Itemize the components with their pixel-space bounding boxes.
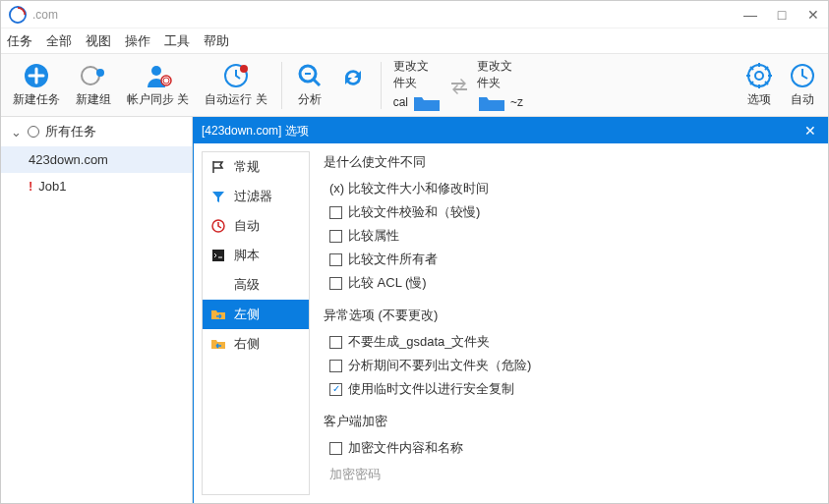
main-area: ⌄ 所有任务 423down.com ! Job1 [423down.com] … bbox=[1, 117, 828, 503]
menu-view[interactable]: 视图 bbox=[86, 32, 111, 50]
right-folder-box[interactable]: 更改文 件夹 ~z bbox=[471, 54, 529, 117]
opt-label: 比较 ACL (慢) bbox=[348, 274, 427, 292]
nav-label: 高级 bbox=[234, 276, 260, 294]
opt-label: 加密文件内容和名称 bbox=[348, 439, 463, 457]
nav-auto[interactable]: 自动 bbox=[203, 211, 309, 241]
group-title: 是什么使文件不同 bbox=[324, 153, 814, 171]
group-icon bbox=[80, 62, 107, 89]
tree-item-label: 423down.com bbox=[29, 152, 108, 167]
opt-checksum[interactable]: 比较文件校验和（较慢) bbox=[329, 200, 814, 224]
flag-icon bbox=[210, 159, 226, 175]
auto-label: 自动 bbox=[791, 91, 814, 108]
opt-no-gsdata[interactable]: 不要生成_gsdata_文件夹 bbox=[329, 330, 814, 354]
user-sync-icon bbox=[145, 62, 172, 89]
menu-all[interactable]: 全部 bbox=[46, 32, 72, 50]
nav-filter[interactable]: 过滤器 bbox=[203, 182, 309, 211]
group-what-differs: 是什么使文件不同 (x) 比较文件大小和修改时间 比较文件校验和（较慢) 比较属… bbox=[324, 153, 814, 295]
minimize-button[interactable]: — bbox=[743, 8, 757, 22]
left-folder-header2: 件夹 bbox=[393, 75, 417, 91]
opt-label: 比较文件所有者 bbox=[348, 251, 438, 268]
group-title: 异常选项 (不要更改) bbox=[324, 307, 814, 324]
opt-label: 分析期间不要列出文件夹（危险) bbox=[348, 357, 531, 374]
svg-point-3 bbox=[96, 69, 104, 77]
nav-label: 脚本 bbox=[234, 247, 260, 264]
tree-item-job1[interactable]: ! Job1 bbox=[1, 173, 192, 199]
checkbox-icon bbox=[329, 253, 342, 266]
nav-label: 自动 bbox=[234, 217, 260, 235]
opt-label: 使用临时文件以进行安全复制 bbox=[348, 380, 514, 398]
tree-header[interactable]: ⌄ 所有任务 bbox=[1, 117, 192, 146]
svg-point-2 bbox=[82, 67, 99, 84]
right-folder-label: ~z bbox=[510, 95, 523, 109]
close-button[interactable]: ✕ bbox=[806, 8, 820, 22]
window-controls: — □ ✕ bbox=[743, 8, 820, 22]
refresh-icon bbox=[339, 64, 367, 91]
new-group-label: 新建组 bbox=[76, 91, 111, 108]
right-folder-header2: 件夹 bbox=[477, 75, 501, 91]
analyze-button[interactable]: 分析 bbox=[288, 58, 331, 112]
all-jobs-label: 所有任务 bbox=[45, 123, 96, 140]
left-folder-box[interactable]: 更改文 件夹 cal bbox=[387, 54, 447, 117]
sync-direction-icon[interactable] bbox=[447, 74, 471, 97]
opt-encrypt[interactable]: 加密文件内容和名称 bbox=[329, 436, 814, 460]
folder-arrow-right-icon bbox=[210, 307, 226, 322]
main-window: .com — □ ✕ 任务 全部 视图 操作 工具 帮助 新建任务 新建组 bbox=[0, 0, 829, 504]
auto-run-button[interactable]: 自动运行 关 bbox=[197, 58, 274, 112]
menu-tools[interactable]: 工具 bbox=[164, 32, 190, 50]
svg-point-7 bbox=[240, 65, 248, 73]
refresh-label bbox=[351, 93, 354, 107]
tree-item-423down[interactable]: 423down.com bbox=[1, 146, 192, 173]
opt-no-list[interactable]: 分析期间不要列出文件夹（危险) bbox=[329, 354, 814, 377]
menu-help[interactable]: 帮助 bbox=[204, 32, 229, 50]
nav-script[interactable]: 脚本 bbox=[203, 241, 309, 270]
toolbar-separator bbox=[281, 62, 282, 109]
plus-circle-icon bbox=[23, 62, 50, 89]
opt-attr[interactable]: 比较属性 bbox=[329, 224, 814, 248]
dialog-titlebar: [423down.com] 选项 ✕ bbox=[194, 118, 828, 143]
right-area: [423down.com] 选项 ✕ 常规 过滤器 bbox=[193, 117, 828, 503]
new-task-button[interactable]: 新建任务 bbox=[5, 58, 68, 112]
nav-left[interactable]: 左侧 bbox=[203, 300, 309, 329]
dialog-close-button[interactable]: ✕ bbox=[800, 123, 820, 139]
menu-operate[interactable]: 操作 bbox=[125, 32, 150, 50]
clock-small-icon bbox=[210, 218, 226, 234]
opt-acl[interactable]: 比较 ACL (慢) bbox=[329, 271, 814, 295]
options-label: 选项 bbox=[747, 91, 771, 108]
tree-item-label: Job1 bbox=[38, 179, 66, 194]
opt-temp-file[interactable]: 使用临时文件以进行安全复制 bbox=[329, 377, 814, 401]
alert-icon: ! bbox=[29, 179, 32, 194]
opt-owner[interactable]: 比较文件所有者 bbox=[329, 248, 814, 271]
auto-button[interactable]: 自动 bbox=[781, 58, 824, 112]
checkbox-icon bbox=[329, 277, 342, 290]
opt-label: 比较文件校验和（较慢) bbox=[348, 203, 480, 221]
opt-label: 比较属性 bbox=[348, 227, 399, 245]
nav-general[interactable]: 常规 bbox=[203, 152, 309, 182]
checkbox-icon bbox=[329, 230, 342, 243]
nav-label: 右侧 bbox=[234, 335, 260, 353]
nav-advanced[interactable]: 高级 bbox=[203, 270, 309, 300]
new-group-button[interactable]: 新建组 bbox=[68, 58, 119, 112]
left-folder-label: cal bbox=[393, 95, 408, 109]
maximize-button[interactable]: □ bbox=[775, 8, 789, 22]
options-button[interactable]: 选项 bbox=[738, 58, 781, 112]
window-title: .com bbox=[32, 8, 743, 22]
menu-task[interactable]: 任务 bbox=[7, 32, 32, 50]
account-sync-button[interactable]: 帐户同步 关 bbox=[119, 58, 197, 112]
menu-bar: 任务 全部 视图 操作 工具 帮助 bbox=[1, 28, 828, 54]
circle-icon bbox=[28, 126, 39, 138]
options-dialog: [423down.com] 选项 ✕ 常规 过滤器 bbox=[193, 117, 829, 504]
nav-right[interactable]: 右侧 bbox=[203, 329, 309, 359]
dialog-body: 常规 过滤器 自动 脚本 bbox=[194, 143, 828, 503]
folder-right-icon bbox=[477, 93, 506, 113]
opt-label: 不要生成_gsdata_文件夹 bbox=[348, 333, 491, 351]
nav-label: 过滤器 bbox=[234, 188, 272, 205]
right-folder-header1: 更改文 bbox=[477, 58, 512, 75]
nav-label: 左侧 bbox=[234, 306, 260, 323]
toolbar: 新建任务 新建组 帐户同步 关 自动运行 关 分析 bbox=[1, 54, 828, 117]
svg-point-4 bbox=[151, 66, 161, 76]
folder-arrow-left-icon bbox=[210, 336, 226, 352]
refresh-button[interactable] bbox=[331, 60, 375, 111]
toolbar-separator-2 bbox=[381, 62, 382, 109]
group-title: 客户端加密 bbox=[324, 413, 814, 430]
checkbox-checked-icon bbox=[329, 383, 342, 396]
